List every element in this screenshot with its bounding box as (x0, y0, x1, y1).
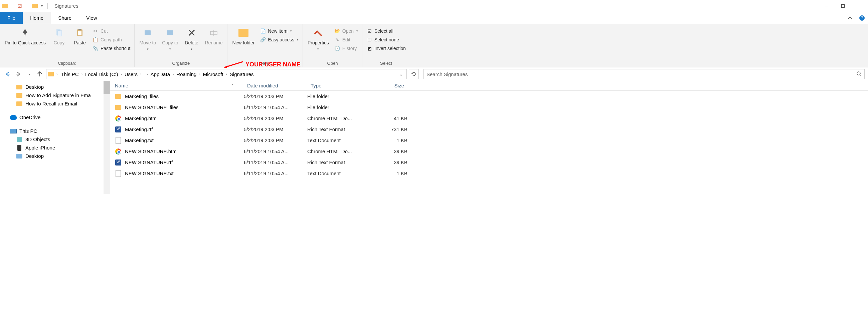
breadcrumb-segment[interactable]: Signatures (228, 71, 256, 77)
column-size[interactable]: Size (371, 83, 407, 89)
select-all-button[interactable]: ☑Select all (365, 27, 407, 35)
paste-button[interactable]: Paste (70, 25, 89, 47)
close-button[interactable] (851, 0, 868, 12)
breadcrumb-segment[interactable]: Users (123, 71, 140, 77)
file-row[interactable]: Marketing.htm5/2/2019 2:03 PMChrome HTML… (110, 113, 868, 124)
minimize-button[interactable] (818, 0, 835, 12)
breadcrumb-segment[interactable]: Roaming (174, 71, 198, 77)
breadcrumb-caret[interactable]: › (56, 72, 58, 76)
forward-button[interactable] (14, 70, 23, 78)
chrome-icon (115, 115, 122, 122)
breadcrumb-caret[interactable]: › (225, 72, 228, 76)
recent-dropdown[interactable]: ▾ (25, 70, 33, 78)
new-item-button[interactable]: 📄New item▾ (258, 27, 300, 35)
history-button[interactable]: 🕑History (333, 45, 359, 52)
content-area: DesktopHow to Add Signature in EmaHow to… (0, 81, 868, 194)
file-row[interactable]: NEW SIGNATURE.rtf6/11/2019 10:54 A...Ric… (110, 157, 868, 168)
column-date[interactable]: Date modified (244, 83, 307, 89)
cut-button[interactable]: ✂Cut (91, 27, 132, 35)
search-placeholder: Search Signatures (427, 71, 468, 77)
breadcrumb-caret[interactable]: › (172, 72, 174, 76)
separator (13, 3, 13, 9)
copy-button[interactable]: Copy (50, 25, 68, 47)
column-name[interactable]: Name⌃ (110, 83, 244, 89)
copy-path-icon: 📋 (93, 37, 98, 43)
file-row[interactable]: Marketing.txt5/2/2019 2:03 PMText Docume… (110, 135, 868, 146)
group-open: Properties ▾ 📂Open▾ ✎Edit 🕑History Open (303, 24, 362, 67)
sidebar-item[interactable]: This PC (0, 127, 110, 135)
search-box[interactable]: Search Signatures (424, 69, 865, 79)
3d-icon (16, 137, 23, 142)
paste-label: Paste (74, 40, 86, 45)
collapse-ribbon-icon[interactable] (844, 12, 856, 24)
paste-shortcut-button[interactable]: 📎Paste shortcut (91, 45, 132, 52)
ribbon-tabs: File Home Share View ? (0, 12, 868, 24)
delete-icon (186, 27, 198, 39)
sidebar-scrollbar[interactable] (103, 81, 110, 194)
breadcrumb-segment[interactable]: Microsoft (201, 71, 225, 77)
folder-blue-icon (16, 154, 23, 159)
group-clipboard: Pin to Quick access Copy Paste ✂Cut 📋Cop… (0, 24, 134, 67)
back-button[interactable] (3, 70, 12, 78)
breadcrumb-segment[interactable]: Local Disk (C:) (83, 71, 120, 77)
help-button[interactable]: ? (856, 12, 868, 24)
address-bar[interactable]: YOUR USER NAME › This PC›Local Disk (C:)… (46, 69, 407, 79)
scrollbar-thumb[interactable] (103, 81, 110, 94)
qat-dropdown-icon[interactable]: ▾ (41, 4, 43, 8)
rename-button[interactable]: Rename (203, 25, 225, 47)
move-to-button[interactable]: Move to ▾ (137, 25, 158, 52)
pin-to-quick-access-button[interactable]: Pin to Quick access (3, 25, 48, 47)
file-row[interactable]: NEW SIGNATURE_files6/11/2019 10:54 A...F… (110, 102, 868, 113)
qat-folder-icon[interactable] (32, 4, 38, 8)
file-row[interactable]: NEW SIGNATURE.txt6/11/2019 10:54 A...Tex… (110, 168, 868, 179)
refresh-button[interactable] (409, 69, 419, 79)
open-button[interactable]: 📂Open▾ (333, 27, 359, 35)
breadcrumb-caret[interactable]: › (140, 72, 142, 76)
edit-button[interactable]: ✎Edit (333, 36, 359, 43)
breadcrumb-caret[interactable]: › (120, 72, 122, 76)
breadcrumb-segment[interactable]: This PC (59, 71, 81, 77)
sidebar-item[interactable]: How to Add Signature in Ema (0, 91, 110, 99)
new-folder-button[interactable]: New folder (230, 25, 256, 47)
breadcrumb-caret[interactable]: › (198, 72, 201, 76)
cut-icon: ✂ (93, 28, 98, 34)
sidebar-item[interactable]: Desktop (0, 152, 110, 160)
separator (27, 3, 27, 9)
breadcrumb-caret[interactable]: › (146, 72, 148, 76)
app-icon (2, 4, 8, 8)
sidebar-item[interactable]: 3D Objects (0, 135, 110, 143)
tab-home[interactable]: Home (23, 12, 51, 24)
svg-text:?: ? (861, 16, 863, 20)
copy-to-button[interactable]: Copy to ▾ (160, 25, 180, 52)
properties-button[interactable]: Properties ▾ (306, 25, 331, 52)
group-open-label: Open (306, 60, 359, 67)
tab-file[interactable]: File (0, 12, 23, 24)
sidebar-item[interactable]: Desktop (0, 83, 110, 91)
folder-icon (16, 93, 23, 98)
maximize-button[interactable] (835, 0, 851, 12)
file-type: File folder (307, 93, 371, 99)
breadcrumb-caret[interactable]: › (81, 72, 83, 76)
invert-selection-button[interactable]: ◩Invert selection (365, 45, 407, 52)
sidebar-item[interactable]: OneDrive (0, 113, 110, 122)
file-row[interactable]: Marketing.rtf5/2/2019 2:03 PMRich Text F… (110, 124, 868, 135)
new-folder-label: New folder (232, 40, 254, 45)
qat-properties-icon[interactable]: ☑ (18, 3, 22, 9)
file-row[interactable]: Marketing_files5/2/2019 2:03 PMFile fold… (110, 91, 868, 102)
delete-button[interactable]: Delete ▾ (182, 25, 201, 52)
file-row[interactable]: NEW SIGNATURE.htm6/11/2019 10:54 A...Chr… (110, 146, 868, 157)
copy-path-button[interactable]: 📋Copy path (91, 36, 132, 43)
open-icon: 📂 (334, 28, 340, 34)
breadcrumb-segment[interactable]: AppData (149, 71, 172, 77)
address-dropdown-icon[interactable]: ⌄ (397, 71, 405, 77)
up-button[interactable] (35, 70, 44, 78)
rename-label: Rename (205, 40, 223, 45)
select-none-button[interactable]: ☐Select none (365, 36, 407, 43)
sort-asc-icon: ⌃ (231, 84, 234, 88)
tab-share[interactable]: Share (51, 12, 79, 24)
tab-view[interactable]: View (79, 12, 104, 24)
easy-access-button[interactable]: 🔗Easy access▾ (258, 36, 300, 43)
sidebar-item[interactable]: How to Recall an Email (0, 99, 110, 108)
column-type[interactable]: Type (307, 83, 371, 89)
sidebar-item[interactable]: Apple iPhone (0, 143, 110, 152)
